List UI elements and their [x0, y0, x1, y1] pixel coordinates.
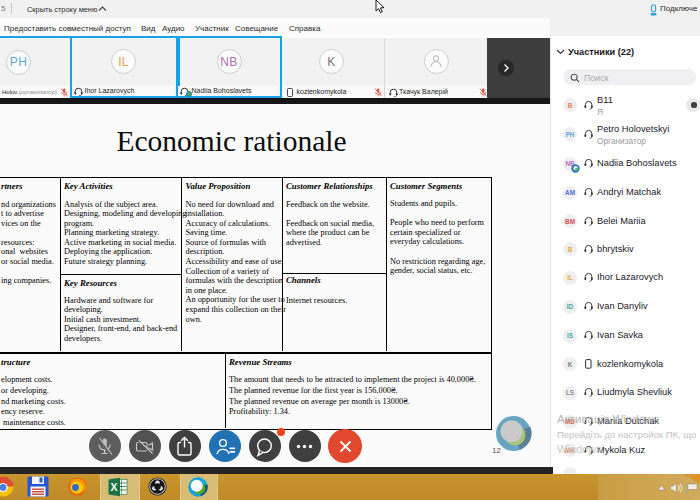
- svg-text:X: X: [110, 481, 117, 493]
